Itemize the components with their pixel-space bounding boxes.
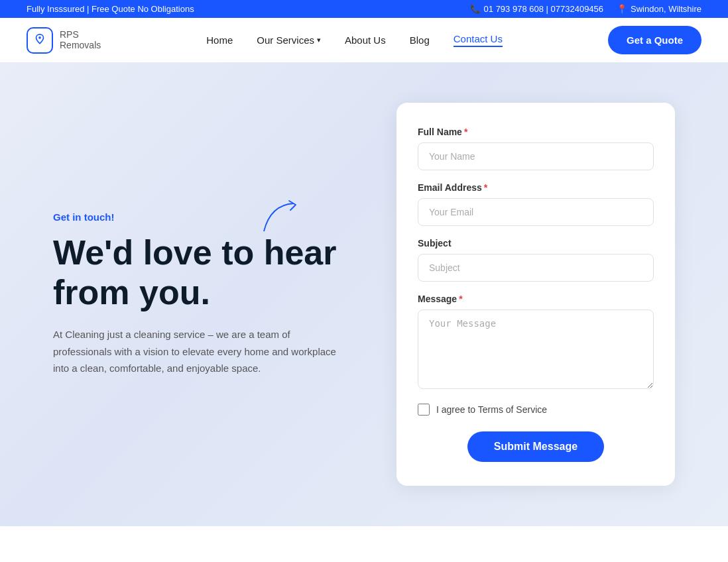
topbar-contact-info: 📞 01 793 978 608 | 07732409456 📍 Swindon… — [470, 4, 701, 14]
topbar: Fully Insssured | Free Quote No Obligati… — [0, 0, 728, 18]
location-text: Swindon, Wiltshire — [631, 4, 701, 14]
required-star-email: * — [484, 182, 487, 193]
hero-description: At Cleaning just a cleaning service – we… — [53, 326, 343, 377]
terms-row: I agree to Terms of Service — [418, 404, 654, 416]
topbar-location: 📍 Swindon, Wiltshire — [617, 4, 701, 14]
phone-icon: 📞 — [470, 4, 481, 14]
left-content: Get in touch! We'd love to hear from you… — [53, 211, 343, 376]
arrow-decoration — [257, 198, 304, 241]
message-textarea[interactable] — [418, 309, 654, 389]
terms-checkbox[interactable] — [418, 404, 430, 416]
subject-input[interactable] — [418, 254, 654, 282]
terms-label: I agree to Terms of Service — [436, 404, 547, 415]
full-name-input[interactable] — [418, 142, 654, 170]
navbar: RPS Removals Home Our Services ▾ About U… — [0, 18, 728, 62]
required-star: * — [464, 127, 467, 137]
location-icon: 📍 — [617, 4, 627, 14]
nav-services[interactable]: Our Services ▾ — [257, 34, 321, 46]
nav-about[interactable]: About Us — [345, 34, 386, 46]
topbar-promo-text: Fully Insssured | Free Quote No Obligati… — [27, 4, 194, 14]
svg-point-0 — [38, 36, 41, 39]
phone-number: 01 793 978 608 | 07732409456 — [484, 4, 604, 14]
logo-icon — [27, 27, 53, 54]
topbar-phone: 📞 01 793 978 608 | 07732409456 — [470, 4, 604, 14]
email-input[interactable] — [418, 198, 654, 226]
logo-line2: Removals — [60, 40, 101, 50]
message-label: Message* — [418, 294, 654, 304]
subject-group: Subject — [418, 238, 654, 282]
nav-contact[interactable]: Contact Us — [454, 33, 503, 47]
required-star-message: * — [459, 294, 462, 304]
contact-form-card: Full Name* Email Address* Subject Messag… — [396, 103, 675, 486]
hero-headline: We'd love to hear from you. — [53, 233, 343, 313]
logo-line1: RPS — [60, 30, 101, 40]
full-name-group: Full Name* — [418, 127, 654, 170]
email-label: Email Address* — [418, 182, 654, 193]
subject-label: Subject — [418, 238, 654, 249]
email-group: Email Address* — [418, 182, 654, 226]
chevron-down-icon: ▾ — [317, 36, 321, 44]
get-quote-button[interactable]: Get a Quote — [608, 26, 701, 54]
logo[interactable]: RPS Removals — [27, 27, 101, 54]
topbar-promo: Fully Insssured | Free Quote No Obligati… — [27, 4, 194, 14]
submit-button[interactable]: Submit Message — [467, 431, 604, 462]
full-name-label: Full Name* — [418, 127, 654, 137]
nav-links: Home Our Services ▾ About Us Blog Contac… — [206, 33, 503, 47]
nav-home[interactable]: Home — [206, 34, 233, 46]
nav-blog[interactable]: Blog — [410, 34, 430, 46]
main-section: Get in touch! We'd love to hear from you… — [0, 62, 728, 526]
logo-text: RPS Removals — [60, 30, 101, 50]
message-group: Message* — [418, 294, 654, 392]
